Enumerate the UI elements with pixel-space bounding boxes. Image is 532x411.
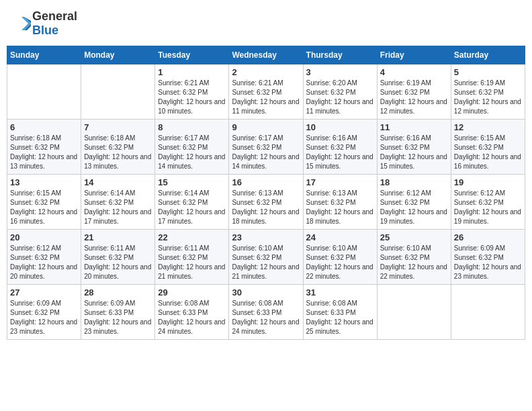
day-info: Sunrise: 6:14 AMSunset: 6:32 PMDaylight:… [84,189,152,226]
weekday-header-friday: Friday [377,46,451,64]
day-info: Sunrise: 6:21 AMSunset: 6:32 PMDaylight:… [158,79,226,116]
logo-text: General Blue [32,9,77,38]
day-number: 11 [380,122,448,132]
calendar-cell: 28Sunrise: 6:09 AMSunset: 6:33 PMDayligh… [81,285,155,340]
day-info: Sunrise: 6:18 AMSunset: 6:32 PMDaylight:… [84,134,152,171]
calendar-cell: 21Sunrise: 6:11 AMSunset: 6:32 PMDayligh… [81,230,155,285]
day-number: 26 [454,232,522,242]
weekday-header-thursday: Thursday [303,46,377,64]
day-number: 19 [454,177,522,187]
week-row-4: 20Sunrise: 6:12 AMSunset: 6:32 PMDayligh… [7,230,525,285]
calendar-cell: 6Sunrise: 6:18 AMSunset: 6:32 PMDaylight… [7,120,81,175]
calendar-cell: 11Sunrise: 6:16 AMSunset: 6:32 PMDayligh… [377,120,451,175]
calendar-cell: 9Sunrise: 6:17 AMSunset: 6:32 PMDaylight… [229,120,303,175]
weekday-header-monday: Monday [81,46,155,64]
day-number: 10 [306,122,374,132]
calendar-cell: 5Sunrise: 6:19 AMSunset: 6:32 PMDaylight… [451,64,525,120]
day-info: Sunrise: 6:09 AMSunset: 6:32 PMDaylight:… [10,299,78,336]
calendar-cell: 24Sunrise: 6:10 AMSunset: 6:32 PMDayligh… [303,230,377,285]
day-number: 20 [10,232,78,242]
day-info: Sunrise: 6:10 AMSunset: 6:32 PMDaylight:… [232,244,300,281]
day-number: 4 [380,67,448,77]
calendar-cell: 19Sunrise: 6:12 AMSunset: 6:32 PMDayligh… [451,175,525,230]
calendar-table: SundayMondayTuesdayWednesdayThursdayFrid… [7,46,525,340]
logo: General Blue [12,9,77,38]
weekday-header-tuesday: Tuesday [155,46,229,64]
day-number: 8 [158,122,226,132]
calendar-cell: 8Sunrise: 6:17 AMSunset: 6:32 PMDaylight… [155,120,229,175]
day-number: 25 [380,232,448,242]
day-number: 23 [232,232,300,242]
day-info: Sunrise: 6:18 AMSunset: 6:32 PMDaylight:… [10,134,78,171]
weekday-header-sunday: Sunday [7,46,81,64]
day-info: Sunrise: 6:12 AMSunset: 6:32 PMDaylight:… [454,189,522,226]
calendar-cell: 25Sunrise: 6:10 AMSunset: 6:32 PMDayligh… [377,230,451,285]
calendar-cell: 30Sunrise: 6:08 AMSunset: 6:33 PMDayligh… [229,285,303,340]
calendar-cell: 2Sunrise: 6:21 AMSunset: 6:32 PMDaylight… [229,64,303,120]
calendar-cell: 27Sunrise: 6:09 AMSunset: 6:32 PMDayligh… [7,285,81,340]
day-info: Sunrise: 6:10 AMSunset: 6:32 PMDaylight:… [380,244,448,281]
calendar-cell: 20Sunrise: 6:12 AMSunset: 6:32 PMDayligh… [7,230,81,285]
week-row-1: 1Sunrise: 6:21 AMSunset: 6:32 PMDaylight… [7,64,525,120]
weekday-header-row: SundayMondayTuesdayWednesdayThursdayFrid… [7,46,525,64]
day-number: 17 [306,177,374,187]
day-number: 29 [158,287,226,298]
day-info: Sunrise: 6:09 AMSunset: 6:32 PMDaylight:… [454,244,522,281]
day-info: Sunrise: 6:13 AMSunset: 6:32 PMDaylight:… [306,189,374,226]
weekday-header-wednesday: Wednesday [229,46,303,64]
day-number: 30 [232,287,300,298]
calendar-cell: 14Sunrise: 6:14 AMSunset: 6:32 PMDayligh… [81,175,155,230]
day-number: 5 [454,67,522,77]
calendar-cell: 1Sunrise: 6:21 AMSunset: 6:32 PMDaylight… [155,64,229,120]
day-info: Sunrise: 6:16 AMSunset: 6:32 PMDaylight:… [380,134,448,171]
day-info: Sunrise: 6:10 AMSunset: 6:32 PMDaylight:… [306,244,374,281]
calendar-cell [451,285,525,340]
day-number: 13 [10,177,78,187]
week-row-3: 13Sunrise: 6:15 AMSunset: 6:32 PMDayligh… [7,175,525,230]
day-number: 7 [84,122,152,132]
day-info: Sunrise: 6:19 AMSunset: 6:32 PMDaylight:… [380,79,448,116]
logo-icon [12,14,31,33]
day-number: 21 [84,232,152,242]
day-info: Sunrise: 6:15 AMSunset: 6:32 PMDaylight:… [454,134,522,171]
page-header: General Blue [7,7,525,40]
day-number: 31 [306,287,374,298]
day-number: 28 [84,287,152,298]
calendar-cell: 18Sunrise: 6:12 AMSunset: 6:32 PMDayligh… [377,175,451,230]
day-number: 22 [158,232,226,242]
day-number: 27 [10,287,78,298]
calendar-cell [7,64,81,120]
calendar-cell: 22Sunrise: 6:11 AMSunset: 6:32 PMDayligh… [155,230,229,285]
day-number: 6 [10,122,78,132]
day-info: Sunrise: 6:08 AMSunset: 6:33 PMDaylight:… [232,299,300,336]
day-number: 3 [306,67,374,77]
day-info: Sunrise: 6:11 AMSunset: 6:32 PMDaylight:… [158,244,226,281]
day-number: 15 [158,177,226,187]
calendar-cell: 29Sunrise: 6:08 AMSunset: 6:33 PMDayligh… [155,285,229,340]
day-number: 14 [84,177,152,187]
calendar-cell: 17Sunrise: 6:13 AMSunset: 6:32 PMDayligh… [303,175,377,230]
day-info: Sunrise: 6:08 AMSunset: 6:33 PMDaylight:… [306,299,374,336]
day-number: 18 [380,177,448,187]
calendar-cell: 3Sunrise: 6:20 AMSunset: 6:32 PMDaylight… [303,64,377,120]
calendar-cell: 13Sunrise: 6:15 AMSunset: 6:32 PMDayligh… [7,175,81,230]
weekday-header-saturday: Saturday [451,46,525,64]
day-info: Sunrise: 6:12 AMSunset: 6:32 PMDaylight:… [380,189,448,226]
calendar-cell: 26Sunrise: 6:09 AMSunset: 6:32 PMDayligh… [451,230,525,285]
day-number: 12 [454,122,522,132]
day-info: Sunrise: 6:08 AMSunset: 6:33 PMDaylight:… [158,299,226,336]
calendar-cell: 16Sunrise: 6:13 AMSunset: 6:32 PMDayligh… [229,175,303,230]
day-info: Sunrise: 6:11 AMSunset: 6:32 PMDaylight:… [84,244,152,281]
day-number: 24 [306,232,374,242]
calendar-cell: 31Sunrise: 6:08 AMSunset: 6:33 PMDayligh… [303,285,377,340]
calendar-cell [81,64,155,120]
day-info: Sunrise: 6:09 AMSunset: 6:33 PMDaylight:… [84,299,152,336]
day-number: 16 [232,177,300,187]
day-number: 1 [158,67,226,77]
day-info: Sunrise: 6:14 AMSunset: 6:32 PMDaylight:… [158,189,226,226]
calendar-cell: 10Sunrise: 6:16 AMSunset: 6:32 PMDayligh… [303,120,377,175]
week-row-2: 6Sunrise: 6:18 AMSunset: 6:32 PMDaylight… [7,120,525,175]
calendar-cell: 23Sunrise: 6:10 AMSunset: 6:32 PMDayligh… [229,230,303,285]
day-info: Sunrise: 6:16 AMSunset: 6:32 PMDaylight:… [306,134,374,171]
day-info: Sunrise: 6:17 AMSunset: 6:32 PMDaylight:… [158,134,226,171]
